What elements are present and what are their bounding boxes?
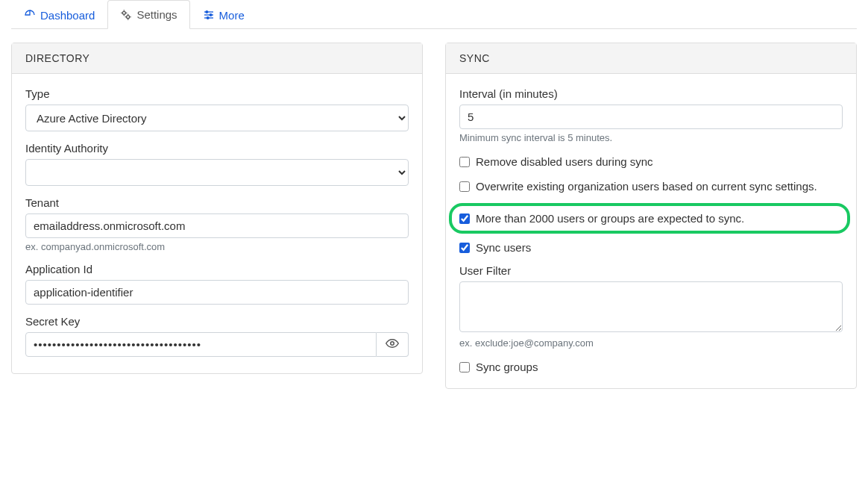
user-filter-label: User Filter: [459, 264, 843, 277]
secret-key-label: Secret Key: [25, 315, 409, 328]
secret-key-input[interactable]: [25, 332, 377, 357]
svg-point-5: [206, 11, 208, 13]
svg-point-0: [123, 11, 126, 14]
overwrite-label[interactable]: Overwrite existing organization users ba…: [476, 178, 817, 194]
tab-settings[interactable]: Settings: [107, 0, 189, 29]
type-label: Type: [25, 87, 409, 100]
svg-point-8: [391, 342, 394, 346]
identity-authority-label: Identity Authority: [25, 142, 409, 155]
sync-card: SYNC Interval (in minutes) Minimum sync …: [445, 43, 857, 389]
sync-users-checkbox[interactable]: [459, 243, 470, 253]
large-sync-checkbox[interactable]: [459, 213, 470, 224]
sync-groups-label[interactable]: Sync groups: [476, 359, 538, 375]
sync-groups-checkbox[interactable]: [459, 362, 470, 372]
application-id-label: Application Id: [25, 263, 409, 275]
remove-disabled-label[interactable]: Remove disabled users during sync: [476, 154, 653, 169]
svg-point-7: [207, 17, 209, 19]
toggle-visibility-button[interactable]: [377, 332, 409, 357]
directory-card: DIRECTORY Type Azure Active Directory Id…: [11, 43, 423, 374]
svg-point-1: [127, 15, 130, 18]
large-sync-highlight: More than 2000 users or groups are expec…: [449, 203, 850, 234]
tab-dashboard-label: Dashboard: [40, 9, 95, 22]
application-id-input[interactable]: [25, 280, 409, 305]
tab-more-label: More: [219, 9, 245, 22]
tabs-nav: Dashboard Settings More: [11, 0, 857, 29]
sync-header: SYNC: [446, 43, 856, 74]
large-sync-label[interactable]: More than 2000 users or groups are expec…: [476, 211, 744, 226]
gear-icon: [120, 9, 132, 21]
interval-label: Interval (in minutes): [459, 87, 843, 100]
eye-icon: [386, 337, 399, 352]
tab-settings-label: Settings: [136, 8, 177, 21]
tab-more[interactable]: More: [190, 0, 257, 29]
user-filter-help: ex. exclude:joe@company.com: [459, 337, 843, 349]
interval-input[interactable]: [459, 105, 843, 129]
sliders-icon: [203, 9, 215, 21]
remove-disabled-checkbox[interactable]: [459, 157, 470, 167]
tenant-input[interactable]: [25, 213, 409, 238]
sync-users-label[interactable]: Sync users: [476, 240, 531, 255]
svg-point-6: [210, 14, 212, 16]
interval-help: Minimum sync interval is 5 minutes.: [459, 132, 843, 143]
type-select[interactable]: Azure Active Directory: [25, 105, 409, 131]
tenant-label: Tenant: [25, 196, 409, 209]
overwrite-checkbox[interactable]: [459, 181, 470, 192]
tenant-help: ex. companyad.onmicrosoft.com: [25, 241, 409, 252]
tab-dashboard[interactable]: Dashboard: [11, 0, 107, 29]
dashboard-icon: [24, 9, 36, 21]
identity-authority-select[interactable]: [25, 159, 409, 186]
directory-header: DIRECTORY: [12, 43, 422, 74]
user-filter-textarea[interactable]: [459, 281, 843, 332]
